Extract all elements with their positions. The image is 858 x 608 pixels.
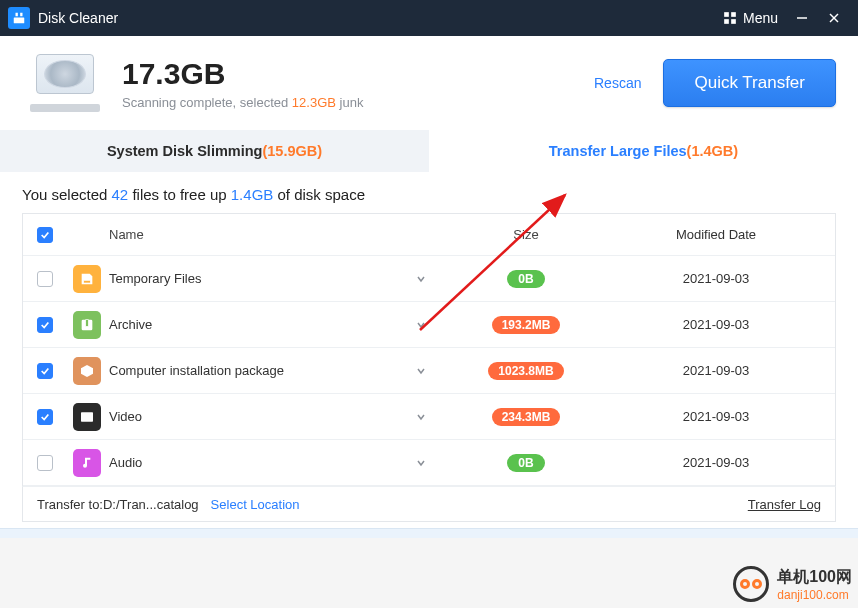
row-checkbox[interactable] — [37, 409, 53, 425]
menu-label: Menu — [743, 10, 778, 26]
scan-status: Scanning complete, selected 12.3GB junk — [122, 95, 363, 110]
expand-toggle[interactable] — [401, 365, 441, 377]
svg-rect-6 — [731, 19, 736, 24]
svg-rect-4 — [731, 12, 736, 17]
select-location-link[interactable]: Select Location — [211, 497, 300, 512]
row-date: 2021-09-03 — [611, 317, 821, 332]
app-icon — [8, 7, 30, 29]
size-badge: 193.2MB — [492, 316, 561, 334]
category-icon — [73, 265, 101, 293]
selected-junk-size: 12.3GB — [292, 95, 336, 110]
select-all-checkbox[interactable] — [37, 227, 53, 243]
size-badge: 1023.8MB — [488, 362, 563, 380]
selected-count: 42 — [112, 186, 129, 203]
free-size: 1.4GB — [231, 186, 274, 203]
file-table: Name Size Modified Date Temporary Files0… — [22, 213, 836, 486]
tab-system-disk-slimming[interactable]: System Disk Slimming (15.9GB) — [0, 130, 429, 172]
row-date: 2021-09-03 — [611, 363, 821, 378]
svg-rect-3 — [724, 12, 729, 17]
col-date: Modified Date — [611, 227, 821, 242]
minimize-button[interactable] — [786, 4, 818, 32]
expand-toggle[interactable] — [401, 411, 441, 423]
menu-button[interactable]: Menu — [715, 6, 786, 30]
table-row: Audio0B2021-09-03 — [23, 440, 835, 486]
bottom-strip — [0, 528, 858, 538]
table-header: Name Size Modified Date — [23, 214, 835, 256]
total-size: 17.3GB — [122, 57, 363, 91]
expand-toggle[interactable] — [401, 273, 441, 285]
category-icon — [73, 403, 101, 431]
table-row: Temporary Files0B2021-09-03 — [23, 256, 835, 302]
svg-rect-5 — [724, 19, 729, 24]
close-button[interactable] — [818, 4, 850, 32]
tab-transfer-large-files[interactable]: Transfer Large Files (1.4GB) — [429, 130, 858, 172]
row-name: Temporary Files — [109, 271, 401, 286]
expand-toggle[interactable] — [401, 319, 441, 331]
row-name: Video — [109, 409, 401, 424]
table-row: Video234.3MB2021-09-03 — [23, 394, 835, 440]
summary-bar: 17.3GB Scanning complete, selected 12.3G… — [0, 36, 858, 130]
row-checkbox[interactable] — [37, 455, 53, 471]
selection-summary: You selected 42 files to free up 1.4GB o… — [0, 172, 858, 213]
main-area: 17.3GB Scanning complete, selected 12.3G… — [0, 36, 858, 538]
size-badge: 0B — [507, 270, 545, 288]
col-size: Size — [441, 227, 611, 242]
table-row: Archive193.2MB2021-09-03 — [23, 302, 835, 348]
disk-icon — [30, 54, 100, 112]
rescan-link[interactable]: Rescan — [594, 75, 641, 91]
table-row: Computer installation package1023.8MB202… — [23, 348, 835, 394]
transfer-path: D:/Tran...catalog — [103, 497, 199, 512]
svg-rect-2 — [14, 17, 25, 23]
title-bar: Disk Cleaner Menu — [0, 0, 858, 36]
row-date: 2021-09-03 — [611, 455, 821, 470]
svg-rect-12 — [86, 319, 89, 326]
svg-rect-10 — [84, 280, 91, 283]
svg-rect-1 — [20, 13, 22, 17]
tabs: System Disk Slimming (15.9GB) Transfer L… — [0, 130, 858, 172]
footer-bar: Transfer to: D:/Tran...catalog Select Lo… — [22, 486, 836, 522]
row-name: Computer installation package — [109, 363, 401, 378]
row-name: Audio — [109, 455, 401, 470]
category-icon — [73, 449, 101, 477]
app-title: Disk Cleaner — [38, 10, 715, 26]
summary-text: 17.3GB Scanning complete, selected 12.3G… — [122, 57, 363, 110]
category-icon — [73, 311, 101, 339]
row-checkbox[interactable] — [37, 271, 53, 287]
row-name: Archive — [109, 317, 401, 332]
row-date: 2021-09-03 — [611, 271, 821, 286]
col-name: Name — [109, 227, 401, 242]
size-badge: 234.3MB — [492, 408, 561, 426]
row-checkbox[interactable] — [37, 363, 53, 379]
quick-transfer-button[interactable]: Quick Transfer — [663, 59, 836, 107]
category-icon — [73, 357, 101, 385]
row-date: 2021-09-03 — [611, 409, 821, 424]
transfer-log-link[interactable]: Transfer Log — [748, 497, 821, 512]
svg-rect-0 — [16, 13, 18, 17]
expand-toggle[interactable] — [401, 457, 441, 469]
watermark: 单机100网 danji100.com — [733, 566, 852, 602]
watermark-text: 单机100网 — [777, 567, 852, 588]
size-badge: 0B — [507, 454, 545, 472]
watermark-logo-icon — [733, 566, 769, 602]
row-checkbox[interactable] — [37, 317, 53, 333]
watermark-domain: danji100.com — [777, 588, 852, 602]
